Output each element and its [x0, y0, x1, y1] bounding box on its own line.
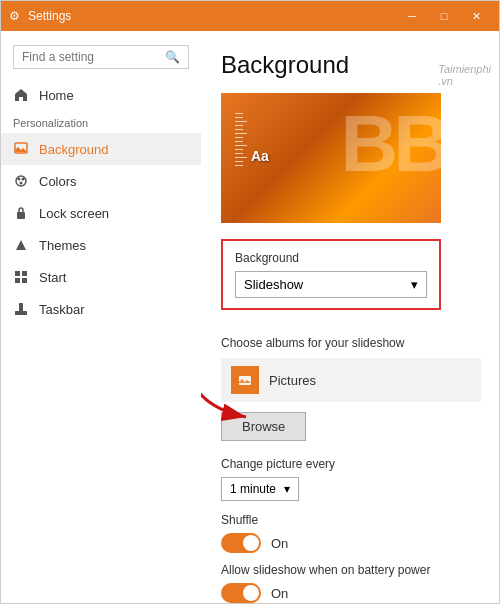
battery-toggle-row: On: [221, 583, 479, 603]
background-dropdown-value: Slideshow: [244, 277, 303, 292]
home-label: Home: [39, 88, 74, 103]
svg-rect-7: [22, 271, 27, 276]
svg-rect-5: [17, 212, 25, 219]
close-button[interactable]: ✕: [461, 6, 491, 26]
background-preview: Aa BB: [221, 93, 441, 223]
svg-point-2: [18, 178, 21, 181]
title-bar-controls: ─ □ ✕: [397, 6, 491, 26]
sidebar-item-colors[interactable]: Colors: [1, 165, 201, 197]
shuffle-toggle[interactable]: [221, 533, 261, 553]
preview-aa-text: Aa: [251, 148, 269, 164]
svg-point-3: [22, 178, 25, 181]
settings-icon: ⚙: [9, 9, 20, 23]
home-icon: [13, 87, 29, 103]
background-dropdown-chevron: ▾: [411, 277, 418, 292]
taskbar-icon: [13, 301, 29, 317]
battery-title: Allow slideshow when on battery power: [221, 563, 479, 577]
sidebar: 🔍 Home Personalization Background: [1, 31, 201, 603]
background-icon: [13, 141, 29, 157]
start-label: Start: [39, 270, 66, 285]
search-box[interactable]: 🔍: [13, 45, 189, 69]
themes-icon: [13, 237, 29, 253]
themes-label: Themes: [39, 238, 86, 253]
preview-big-text: BB: [340, 98, 441, 190]
shuffle-title: Shuffle: [221, 513, 479, 527]
window-title: Settings: [28, 9, 71, 23]
svg-rect-11: [19, 303, 23, 311]
colors-label: Colors: [39, 174, 77, 189]
battery-toggle-label: On: [271, 586, 288, 601]
shuffle-toggle-label: On: [271, 536, 288, 551]
sidebar-item-background[interactable]: Background: [1, 133, 201, 165]
browse-section: Browse: [221, 412, 479, 451]
title-bar-left: ⚙ Settings: [9, 9, 71, 23]
battery-knob: [243, 585, 259, 601]
colors-icon: [13, 173, 29, 189]
search-input[interactable]: [22, 50, 165, 64]
page-title: Background: [221, 51, 479, 79]
battery-section: Allow slideshow when on battery power On: [221, 563, 479, 603]
svg-rect-10: [15, 311, 27, 315]
svg-rect-8: [15, 278, 20, 283]
arrow-indicator: [201, 357, 266, 427]
maximize-button[interactable]: □: [429, 6, 459, 26]
sidebar-item-themes[interactable]: Themes: [1, 229, 201, 261]
lock-icon: [13, 205, 29, 221]
interval-value: 1 minute: [230, 482, 276, 496]
lock-screen-label: Lock screen: [39, 206, 109, 221]
sidebar-item-taskbar[interactable]: Taskbar: [1, 293, 201, 325]
album-name: Pictures: [269, 373, 316, 388]
shuffle-knob: [243, 535, 259, 551]
interval-chevron: ▾: [284, 482, 290, 496]
main-panel: Background Aa BB Backg: [201, 31, 499, 603]
sidebar-item-home[interactable]: Home: [1, 79, 201, 111]
svg-rect-6: [15, 271, 20, 276]
shuffle-toggle-row: On: [221, 533, 479, 553]
search-icon: 🔍: [165, 50, 180, 64]
personalization-label: Personalization: [1, 111, 201, 133]
main-content: Taimienphi.vn 🔍 Home Personalization: [1, 31, 499, 603]
minimize-button[interactable]: ─: [397, 6, 427, 26]
title-bar: ⚙ Settings ─ □ ✕: [1, 1, 499, 31]
taskbar-label: Taskbar: [39, 302, 85, 317]
ruler-decoration: [235, 113, 247, 166]
start-icon: [13, 269, 29, 285]
background-box-label: Background: [235, 251, 427, 265]
sidebar-item-lock-screen[interactable]: Lock screen: [1, 197, 201, 229]
sidebar-item-start[interactable]: Start: [1, 261, 201, 293]
battery-toggle[interactable]: [221, 583, 261, 603]
interval-dropdown[interactable]: 1 minute ▾: [221, 477, 299, 501]
albums-label: Choose albums for your slideshow: [221, 336, 479, 350]
background-section-box: Background Slideshow ▾: [221, 239, 441, 310]
shuffle-section: Shuffle On: [221, 513, 479, 553]
background-dropdown[interactable]: Slideshow ▾: [235, 271, 427, 298]
background-label: Background: [39, 142, 108, 157]
change-picture-label: Change picture every: [221, 457, 479, 471]
svg-point-4: [20, 182, 23, 185]
svg-rect-9: [22, 278, 27, 283]
